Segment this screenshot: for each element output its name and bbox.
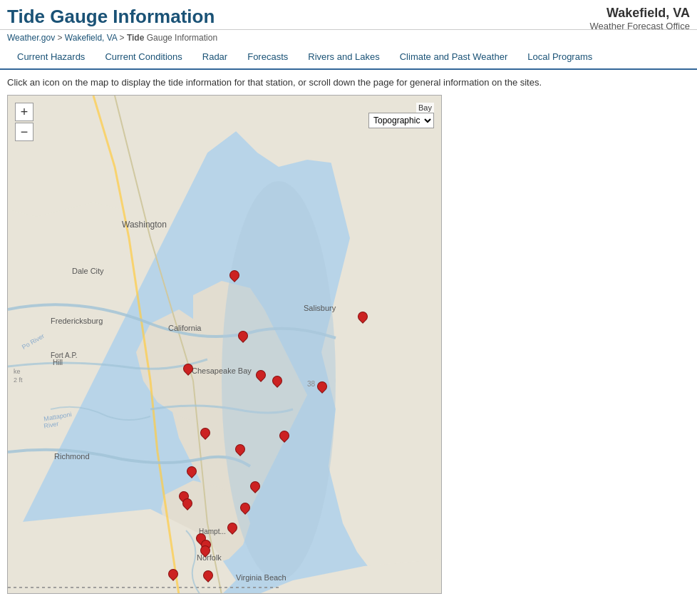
svg-text:Salisbury: Salisbury [304, 304, 336, 312]
map-pin[interactable] [200, 545, 211, 560]
map-type-label: Bay [416, 103, 434, 113]
map-pin[interactable] [229, 270, 240, 284]
svg-text:38: 38 [307, 380, 316, 388]
map-pin[interactable] [182, 498, 193, 513]
svg-text:Hill: Hill [53, 359, 63, 366]
svg-text:Dale City: Dale City [72, 267, 104, 275]
map-background: Washington Dale City Fredericksburg Cali… [8, 96, 441, 593]
map-pin[interactable] [182, 364, 194, 378]
nav-current-conditions[interactable]: Current Conditions [95, 45, 192, 69]
nav-local-programs[interactable]: Local Programs [517, 45, 602, 69]
svg-text:Virginia Beach: Virginia Beach [236, 573, 286, 582]
instruction-text: Click an icon on the map to display the … [7, 77, 690, 88]
map-pin[interactable] [234, 444, 246, 458]
main-content: Click an icon on the map to display the … [0, 70, 697, 601]
map-pin[interactable] [255, 370, 267, 384]
map-container[interactable]: Washington Dale City Fredericksburg Cali… [7, 95, 442, 594]
svg-text:ke: ke [14, 368, 21, 375]
svg-text:California: California [168, 324, 202, 332]
map-pin[interactable] [200, 428, 211, 442]
svg-text:Fredericksburg: Fredericksburg [51, 317, 103, 325]
page-title: Tide Gauge Information [7, 6, 215, 28]
svg-text:Washington: Washington [122, 220, 167, 230]
breadcrumb-home[interactable]: Weather.gov [7, 33, 55, 43]
page-header: Tide Gauge Information Wakefield, VA Wea… [0, 0, 697, 30]
svg-text:Richmond: Richmond [54, 452, 90, 461]
map-pin[interactable] [186, 466, 197, 481]
nav-current-hazards[interactable]: Current Hazards [7, 45, 95, 69]
map-pin[interactable] [239, 503, 251, 517]
zoom-in-button[interactable]: + [15, 103, 33, 121]
nav-radar[interactable]: Radar [192, 45, 237, 69]
nav-forecasts[interactable]: Forecasts [237, 45, 298, 69]
map-pin[interactable] [279, 431, 290, 445]
breadcrumb-current-rest: Gauge Information [147, 33, 217, 43]
map-pin[interactable] [202, 570, 214, 585]
map-controls: + − [15, 103, 33, 141]
main-nav: Current Hazards Current Conditions Radar… [0, 46, 697, 70]
wfo-label: Weather Forecast Office [590, 21, 690, 31]
breadcrumb-wfo[interactable]: Wakefield, VA [65, 33, 117, 43]
location-name: Wakefield, VA [606, 6, 690, 20]
map-type-dropdown[interactable]: Topographic Street Satellite [368, 113, 434, 128]
map-pin[interactable] [316, 381, 328, 396]
map-pin[interactable] [237, 331, 249, 345]
map-pin[interactable] [167, 569, 179, 583]
svg-text:2 ft: 2 ft [14, 376, 23, 384]
breadcrumb: Weather.gov > Wakefield, VA > Tide Gauge… [0, 31, 697, 46]
map-pin[interactable] [249, 481, 261, 496]
nav-climate[interactable]: Climate and Past Weather [390, 45, 518, 69]
map-pin[interactable] [227, 523, 238, 537]
nav-rivers-lakes[interactable]: Rivers and Lakes [298, 45, 389, 69]
svg-text:Chesapeake Bay: Chesapeake Bay [192, 366, 252, 375]
breadcrumb-current: Tide [127, 33, 144, 43]
map-pin[interactable] [272, 376, 283, 390]
map-pin[interactable] [357, 312, 368, 326]
location-info: Wakefield, VA Weather Forecast Office [590, 6, 690, 31]
map-type-selector: Bay Topographic Street Satellite [368, 103, 434, 128]
zoom-out-button[interactable]: − [15, 123, 33, 141]
